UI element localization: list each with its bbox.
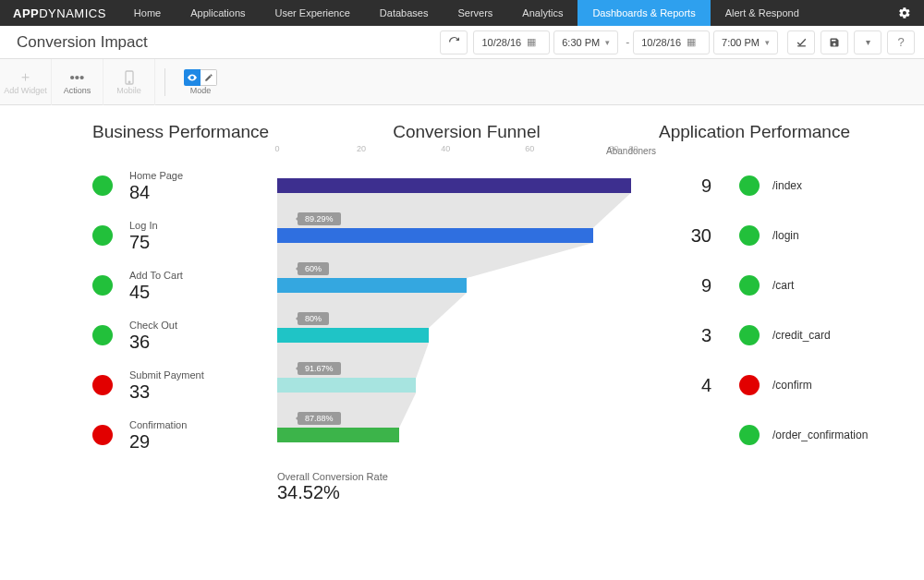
gear-icon[interactable]: [885, 0, 924, 26]
nav-item-applications[interactable]: Applications: [176, 0, 260, 26]
endpoint-label: /order_confirmation: [772, 429, 868, 441]
page-title: Conversion Impact: [0, 33, 164, 52]
axis-tick: 0: [274, 144, 279, 153]
actions-button[interactable]: ••• Actions: [52, 59, 103, 105]
calendar-icon: ▦: [687, 36, 696, 48]
abandoners-value: 4: [656, 360, 711, 410]
business-metric: Home Page84: [92, 161, 277, 211]
axis-tick: 20: [357, 144, 366, 153]
save-button[interactable]: [821, 30, 848, 54]
app-endpoint: /confirm: [711, 360, 850, 410]
endpoint-label: /cart: [772, 279, 794, 292]
apply-button[interactable]: [787, 30, 815, 54]
overall-conversion: Overall Conversion Rate 34.52%: [277, 471, 850, 503]
chevron-down-icon: ▾: [605, 38, 610, 47]
mobile-icon: [125, 69, 134, 86]
from-date-value: 10/28/16: [481, 37, 521, 48]
nav-item-analytics[interactable]: Analytics: [507, 0, 578, 26]
metric-value: 84: [129, 182, 183, 202]
add-widget-button[interactable]: ＋ Add Widget: [0, 59, 52, 105]
app-endpoint: /order_confirmation: [711, 410, 850, 460]
overall-label: Overall Conversion Rate: [277, 471, 850, 482]
nav-item-user-experience[interactable]: User Experience: [261, 0, 365, 26]
axis-tick: 40: [441, 144, 450, 153]
abandoners-value: 3: [656, 310, 711, 360]
conversion-badge: 60%: [298, 262, 329, 275]
nav-item-servers[interactable]: Servers: [443, 0, 507, 26]
help-icon: ?: [897, 35, 904, 49]
help-button[interactable]: ?: [887, 30, 915, 54]
abandoners-value: 9: [656, 260, 711, 310]
status-dot: [92, 425, 113, 445]
mobile-label: Mobile: [116, 86, 141, 95]
funnel-rows: Home Page84Abandoners9/indexLog In7589.2…: [92, 161, 850, 460]
app-endpoint: /index: [711, 161, 850, 211]
funnel-row: Confirmation2987.88%/order_confirmation: [92, 410, 850, 460]
metric-value: 33: [129, 381, 204, 402]
more-button[interactable]: ▾: [854, 30, 881, 54]
status-dot: [739, 175, 760, 196]
metric-value: 36: [129, 332, 177, 352]
status-dot: [739, 325, 760, 345]
calendar-icon: ▦: [527, 36, 536, 48]
eye-icon: [184, 69, 201, 86]
abandoners-value: 9: [656, 161, 711, 211]
nav-item-home[interactable]: Home: [119, 0, 176, 26]
time-range-picker[interactable]: 10/28/16 ▦ 6:30 PM ▾ - 10/28/16 ▦ 7:00 P…: [473, 30, 782, 54]
from-time[interactable]: 6:30 PM ▾: [553, 30, 618, 54]
app-endpoint: /credit_card: [711, 310, 850, 360]
status-dot: [92, 175, 113, 196]
status-dot: [739, 425, 760, 445]
status-dot: [92, 375, 113, 395]
status-dot: [92, 325, 113, 345]
mobile-button[interactable]: Mobile: [103, 59, 155, 105]
status-dot: [92, 225, 113, 246]
nav-item-dashboards-reports[interactable]: Dashboards & Reports: [578, 0, 710, 26]
business-metric: Submit Payment33: [92, 360, 277, 410]
abandoners-value: [656, 410, 711, 460]
metric-label: Check Out: [129, 320, 177, 332]
nav-item-databases[interactable]: Databases: [365, 0, 444, 26]
metric-label: Add To Cart: [129, 270, 183, 282]
brand-logo: APPDYNAMICS: [0, 0, 119, 26]
metric-label: Home Page: [129, 170, 183, 182]
to-time[interactable]: 7:00 PM ▾: [713, 30, 778, 54]
from-time-value: 6:30 PM: [562, 37, 600, 48]
endpoint-label: /login: [772, 229, 799, 242]
to-time-value: 7:00 PM: [722, 37, 760, 48]
add-widget-label: Add Widget: [4, 86, 47, 95]
brand-bold: APP: [13, 6, 39, 20]
mode-toggle[interactable]: Mode: [175, 59, 226, 105]
business-title: Business Performance: [92, 122, 277, 142]
subheader: Conversion Impact 10/28/16 ▦ 6:30 PM ▾ -…: [0, 26, 924, 59]
metric-label: Log In: [129, 220, 158, 232]
nav-item-alert-respond[interactable]: Alert & Respond: [711, 0, 814, 26]
business-metric: Confirmation29: [92, 410, 277, 460]
svg-point-2: [128, 81, 130, 83]
funnel-bar: [277, 428, 399, 442]
refresh-button[interactable]: [440, 30, 468, 54]
abandoners-header: Abandoners: [606, 146, 656, 156]
endpoint-label: /confirm: [772, 379, 812, 392]
endpoint-label: /index: [772, 179, 802, 192]
brand-light: DYNAMICS: [39, 6, 106, 20]
actions-label: Actions: [64, 86, 91, 95]
to-date-value: 10/28/16: [641, 37, 681, 48]
from-date[interactable]: 10/28/16 ▦: [473, 30, 550, 54]
to-date[interactable]: 10/28/16 ▦: [633, 30, 710, 54]
business-metric: Check Out36: [92, 310, 277, 360]
status-dot: [739, 275, 760, 296]
funnel-cell: 87.88%: [277, 410, 656, 460]
conversion-badge: 80%: [298, 312, 329, 325]
chevron-down-icon: ▾: [866, 37, 870, 47]
conversion-badge: 87.88%: [298, 412, 341, 425]
funnel-title: Conversion Funnel: [277, 122, 656, 142]
status-dot: [739, 375, 760, 395]
status-dot: [92, 275, 113, 296]
metric-value: 29: [129, 431, 187, 452]
nav-items: HomeApplicationsUser ExperienceDatabases…: [119, 0, 814, 26]
time-range-separator: -: [626, 36, 629, 49]
abandoners-value: 30: [656, 211, 711, 260]
metric-value: 75: [129, 232, 158, 252]
pencil-icon: [201, 69, 217, 86]
